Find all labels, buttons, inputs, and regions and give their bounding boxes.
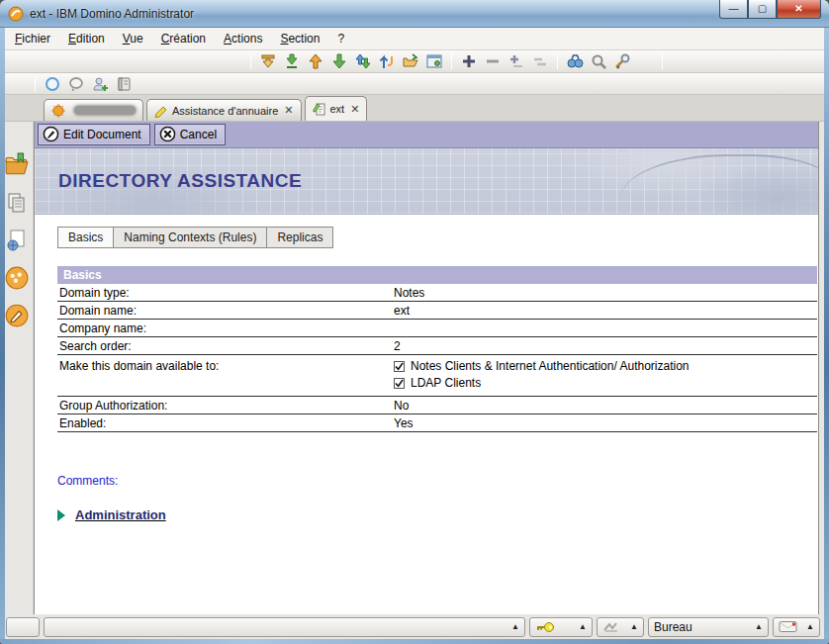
- field-value: No: [394, 399, 817, 413]
- section-header: Basics: [57, 266, 817, 284]
- collapse-tree-icon[interactable]: [258, 52, 278, 70]
- window-properties-icon[interactable]: [424, 52, 444, 70]
- open-folder-icon[interactable]: [401, 52, 420, 70]
- administration-section-toggle[interactable]: Administration: [57, 507, 818, 522]
- expand-section-icon[interactable]: [459, 52, 479, 70]
- field-row-domain-type: Domain type: Notes: [57, 284, 817, 302]
- move-down-icon[interactable]: [329, 52, 349, 70]
- navigate-up-icon[interactable]: [377, 52, 397, 70]
- close-tab-icon[interactable]: ✕: [350, 103, 359, 116]
- replication-icon[interactable]: [3, 189, 31, 217]
- workspace-people-icon[interactable]: [3, 264, 31, 292]
- field-label: Make this domain available to:: [59, 359, 394, 393]
- redacted-tab-label: [74, 106, 136, 115]
- action-bar: Edit Document Cancel: [35, 121, 818, 148]
- toolbar-separator: [662, 53, 663, 69]
- edit-document-button[interactable]: Edit Document: [38, 124, 150, 145]
- designer-pencil-icon[interactable]: [3, 302, 31, 329]
- tab-basics[interactable]: Basics: [57, 227, 114, 248]
- security-key-segment[interactable]: ▲: [529, 617, 593, 637]
- chat-history-icon[interactable]: [66, 75, 86, 93]
- status-blank-segment[interactable]: [6, 617, 40, 637]
- chat-bubble-icon[interactable]: [43, 75, 62, 93]
- mail-segment[interactable]: ▲: [773, 617, 820, 637]
- status-message-segment[interactable]: ▲: [44, 617, 525, 637]
- menu-edition[interactable]: Edition: [59, 29, 114, 48]
- form-banner: DIRECTORY ASSISTANCE: [35, 148, 818, 215]
- menu-actions[interactable]: Actions: [215, 29, 271, 48]
- form-area: Basics Naming Contexts (Rules) Replicas …: [35, 215, 818, 625]
- popup-arrow-icon[interactable]: ▲: [622, 622, 638, 631]
- page-title: DIRECTORY ASSISTANCE: [58, 170, 302, 192]
- maximize-button[interactable]: ▢: [748, 0, 777, 19]
- popup-arrow-icon[interactable]: ▲: [747, 622, 763, 631]
- collapse-section-icon[interactable]: [483, 52, 503, 70]
- document-icon: [313, 102, 326, 116]
- window-frame-left: [0, 28, 5, 644]
- bookmark-folder-icon[interactable]: [3, 151, 31, 179]
- menu-section[interactable]: Section: [271, 29, 328, 48]
- menu-fichier[interactable]: Fichier: [6, 29, 59, 48]
- section-expand-triangle-icon[interactable]: [57, 509, 65, 521]
- field-row-domain-name: Domain name: ext: [57, 302, 817, 320]
- admin-tools-icon[interactable]: [612, 52, 632, 70]
- tab-naming-contexts[interactable]: Naming Contexts (Rules): [114, 227, 267, 248]
- tab-label: ext: [330, 103, 345, 115]
- doc-tabs: Basics Naming Contexts (Rules) Replicas: [57, 227, 818, 248]
- field-value: ext: [394, 304, 817, 318]
- cancel-x-icon: [159, 126, 176, 142]
- popup-arrow-icon[interactable]: ▲: [798, 622, 814, 631]
- network-icon: [602, 621, 620, 633]
- goto-bottom-icon[interactable]: [282, 52, 302, 70]
- checkbox-checked-icon[interactable]: [394, 378, 405, 389]
- field-label: Domain name:: [59, 304, 394, 318]
- popup-arrow-icon[interactable]: ▲: [504, 622, 519, 631]
- field-row-enabled: Enabled: Yes: [57, 414, 817, 432]
- bookmark-pencil-icon: [154, 104, 168, 118]
- titlebar[interactable]: ext - IBM Domino Administrator — ▢ ✕: [0, 0, 829, 28]
- menu-vue[interactable]: Vue: [114, 29, 152, 48]
- close-tab-icon[interactable]: ✕: [284, 104, 293, 117]
- find-binoculars-icon[interactable]: [565, 52, 585, 70]
- move-up-icon[interactable]: [306, 52, 325, 70]
- bookmark-sidebar: [0, 122, 34, 641]
- database-globe-icon[interactable]: [3, 227, 31, 254]
- search-magnifier-icon[interactable]: [589, 52, 608, 70]
- menu-creation[interactable]: Création: [152, 29, 215, 48]
- toolbar-separator: [557, 53, 558, 69]
- tab-home[interactable]: [44, 99, 143, 121]
- popup-arrow-icon[interactable]: ▲: [571, 622, 587, 631]
- app-logo-icon: [8, 6, 24, 22]
- tab-ext[interactable]: ext ✕: [305, 96, 368, 121]
- field-value: Yes: [394, 416, 817, 430]
- checkbox-group: Notes Clients & Internet Authentication/…: [394, 359, 817, 393]
- minimize-button[interactable]: —: [719, 0, 748, 19]
- field-row-company-name: Company name:: [57, 320, 817, 337]
- network-status-segment[interactable]: ▲: [597, 617, 644, 637]
- menu-help[interactable]: ?: [328, 29, 353, 48]
- close-button[interactable]: ✕: [777, 0, 821, 19]
- sort-up-down-icon[interactable]: [353, 52, 373, 70]
- cancel-button[interactable]: Cancel: [154, 124, 226, 145]
- toolbar-separator: [451, 53, 452, 69]
- main-body: Edit Document Cancel DIRECTORY ASSISTANC…: [0, 122, 829, 641]
- tab-assistance-annuaire[interactable]: Assistance d'annuaire ✕: [146, 99, 302, 121]
- location-segment[interactable]: Bureau ▲: [648, 617, 769, 637]
- toolbar-separator: [35, 76, 36, 92]
- tab-replicas[interactable]: Replicas: [267, 227, 333, 248]
- tab-label: Assistance d'annuaire: [172, 105, 278, 117]
- field-label: Company name:: [59, 322, 394, 335]
- mail-envelope-icon: [779, 620, 798, 633]
- app-window: ext - IBM Domino Administrator — ▢ ✕ Fic…: [0, 0, 829, 644]
- field-label: Enabled:: [59, 416, 394, 430]
- address-book-icon[interactable]: [114, 75, 134, 93]
- field-label: Group Authorization:: [59, 399, 394, 413]
- field-label: Domain type:: [59, 286, 394, 300]
- add-contact-icon[interactable]: [90, 75, 110, 93]
- window-tabstrip: Assistance d'annuaire ✕ ext ✕: [0, 95, 829, 122]
- checkbox-checked-icon[interactable]: [394, 361, 405, 372]
- collapse-all-icon[interactable]: [530, 52, 550, 70]
- document-pane: Edit Document Cancel DIRECTORY ASSISTANC…: [34, 121, 819, 641]
- expand-all-icon[interactable]: [507, 52, 526, 70]
- toolbar-main: [0, 50, 829, 73]
